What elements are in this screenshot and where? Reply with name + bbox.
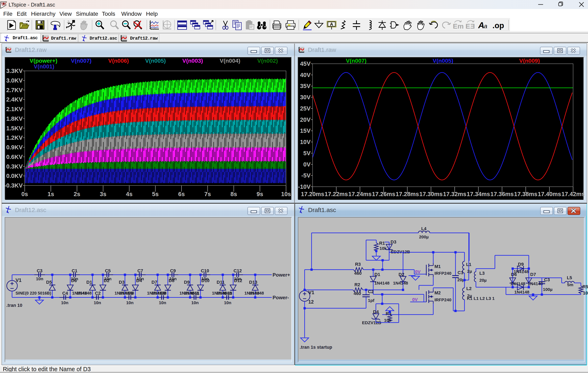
svg-text:C3: C3 <box>544 277 550 282</box>
svg-text:1N4148: 1N4148 <box>393 281 408 285</box>
svg-text:30V: 30V <box>300 94 311 100</box>
svg-text:0V: 0V <box>303 161 311 168</box>
svg-text:Power+: Power+ <box>273 272 290 277</box>
svg-text:10n: 10n <box>224 300 231 305</box>
svg-text:1N4148: 1N4148 <box>77 291 92 295</box>
svg-text:0s: 0s <box>21 191 28 197</box>
svg-text:SINE(0 220 5016B): SINE(0 220 5016B) <box>16 291 51 295</box>
svg-text:D6: D6 <box>71 278 77 283</box>
svg-text:10n: 10n <box>191 300 199 305</box>
svg-text:0V: 0V <box>412 297 418 302</box>
svg-text:-0.3KV: -0.3KV <box>4 182 23 189</box>
svg-text:.tran 10: .tran 10 <box>6 303 22 308</box>
svg-text:C2: C2 <box>95 291 101 296</box>
svg-text:1N4148: 1N4148 <box>374 281 389 285</box>
svg-text:V(power+): V(power+) <box>30 58 57 64</box>
svg-text:10n: 10n <box>94 300 101 305</box>
svg-text:15V: 15V <box>300 128 311 134</box>
svg-text:D7: D7 <box>530 272 536 277</box>
svg-text:C7: C7 <box>137 268 143 273</box>
svg-text:D13: D13 <box>249 280 257 285</box>
svg-text:D9: D9 <box>184 280 190 285</box>
svg-text:D2: D2 <box>104 278 109 283</box>
svg-text:C5: C5 <box>105 268 111 273</box>
svg-text:L5: L5 <box>567 275 572 280</box>
svg-text:IRFP240: IRFP240 <box>434 298 452 302</box>
svg-text:D9: D9 <box>518 262 524 267</box>
svg-text:12: 12 <box>308 299 314 305</box>
svg-text:3.3KV: 3.3KV <box>6 68 23 74</box>
svg-text:V(n007): V(n007) <box>346 58 367 64</box>
svg-text:2s: 2s <box>74 191 80 197</box>
svg-text:K1 L1 L2 L3 1: K1 L1 L2 L3 1 <box>467 296 495 301</box>
svg-text:D12: D12 <box>234 278 242 283</box>
svg-text:0.9KV: 0.9KV <box>6 144 23 150</box>
svg-text:5m: 5m <box>567 282 573 287</box>
svg-text:2.1KV: 2.1KV <box>6 106 23 112</box>
svg-text:C10: C10 <box>201 268 209 273</box>
svg-text:25V: 25V <box>300 105 311 112</box>
svg-text:0.3KV: 0.3KV <box>6 163 23 170</box>
svg-text:4s: 4s <box>126 191 133 197</box>
svg-text:.tran 1s startup: .tran 1s startup <box>300 345 332 350</box>
svg-text:-5V: -5V <box>301 172 311 179</box>
svg-text:20µ: 20µ <box>479 278 486 283</box>
svg-text:C1: C1 <box>72 268 77 273</box>
svg-text:C9: C9 <box>170 268 176 273</box>
svg-text:10: 10 <box>583 290 588 296</box>
svg-text:2µ: 2µ <box>467 269 472 274</box>
svg-text:V(n007): V(n007) <box>71 58 92 64</box>
svg-text:200µ: 200µ <box>419 234 429 239</box>
svg-text:M1: M1 <box>434 264 441 269</box>
svg-text:100µ: 100µ <box>543 287 553 292</box>
svg-text:1.2KV: 1.2KV <box>6 134 23 141</box>
svg-text:10n: 10n <box>36 276 43 281</box>
svg-text:-10V: -10V <box>298 183 311 190</box>
svg-text:3.0KV: 3.0KV <box>6 77 23 84</box>
svg-text:D10: D10 <box>201 278 210 283</box>
svg-text:1N4148: 1N4148 <box>119 291 134 295</box>
svg-text:1.8KV: 1.8KV <box>6 115 23 122</box>
svg-text:D1: D1 <box>86 280 92 285</box>
svg-text:1N4148: 1N4148 <box>151 291 167 295</box>
svg-text:V1: V1 <box>308 290 314 295</box>
svg-text:10n: 10n <box>61 300 68 305</box>
svg-text:D2: D2 <box>399 272 404 277</box>
svg-text:460: 460 <box>354 291 361 296</box>
svg-text:D4: D4 <box>136 278 142 283</box>
svg-text:20V: 20V <box>300 117 311 123</box>
svg-text:D1: D1 <box>374 272 380 277</box>
svg-text:R3: R3 <box>355 262 361 267</box>
svg-text:A: A <box>478 21 484 30</box>
svg-text:C2: C2 <box>368 289 374 294</box>
svg-text:35V: 35V <box>300 83 311 89</box>
svg-text:0V: 0V <box>415 269 420 274</box>
svg-text:L1: L1 <box>466 262 472 267</box>
svg-text:.op: .op <box>493 21 504 30</box>
svg-text:5V: 5V <box>303 150 311 157</box>
svg-text:10n: 10n <box>159 300 166 305</box>
svg-text:D11: D11 <box>217 280 225 285</box>
svg-text:E: E <box>465 22 470 30</box>
svg-text:V(n002): V(n002) <box>257 58 278 64</box>
svg-text:1N4148: 1N4148 <box>249 291 264 295</box>
svg-text:D4: D4 <box>373 309 379 314</box>
svg-text:8s: 8s <box>231 191 237 197</box>
svg-text:V(n004): V(n004) <box>220 58 240 64</box>
svg-text:M2: M2 <box>434 290 441 295</box>
svg-text:D3: D3 <box>390 239 396 245</box>
svg-text:L4: L4 <box>421 226 427 231</box>
svg-text:D5: D5 <box>46 280 52 285</box>
svg-text:1N4148: 1N4148 <box>216 291 231 295</box>
svg-text:V(n006): V(n006) <box>108 58 129 64</box>
svg-text:C12: C12 <box>234 268 242 273</box>
svg-text:E: E <box>470 22 475 30</box>
svg-text:V(n001): V(n001) <box>34 63 54 70</box>
svg-text:R2: R2 <box>354 282 360 287</box>
svg-text:0.6KV: 0.6KV <box>6 154 23 160</box>
svg-text:D3: D3 <box>119 280 125 285</box>
svg-text:1.5KV: 1.5KV <box>6 125 23 132</box>
svg-text:2.7KV: 2.7KV <box>6 87 23 93</box>
svg-text:V(n003): V(n003) <box>182 58 203 64</box>
svg-text:A: A <box>330 22 333 27</box>
